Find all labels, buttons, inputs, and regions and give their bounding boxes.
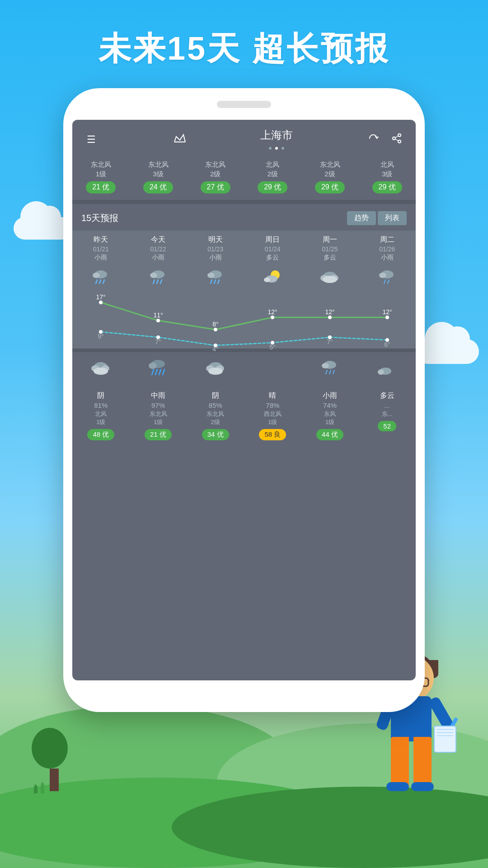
days-row: 昨天 01/21 小雨 今天 01/22 小雨 明天 01/23 小雨 周日 0… <box>72 231 416 265</box>
rain-icon-2 <box>205 268 226 286</box>
day-date-5: 01/26 <box>358 245 416 253</box>
svg-line-36 <box>388 280 389 283</box>
rain-icon-0 <box>90 268 112 286</box>
svg-line-69 <box>159 369 161 375</box>
svg-point-37 <box>99 301 103 304</box>
bw-col-3: 晴 78% 西北风1级 58 良 <box>244 387 301 440</box>
heavy-rain-icon <box>147 359 169 377</box>
overcast-icon-2 <box>205 359 226 377</box>
bw-wind-1: 东北风1级 <box>130 410 187 426</box>
svg-text:12°: 12° <box>382 308 392 316</box>
city-block: 上海市 <box>260 128 293 151</box>
phone-screen: ☰ 上海市 <box>72 120 416 680</box>
wi-col-3 <box>244 268 301 288</box>
day-date-3: 01/24 <box>244 245 301 253</box>
day-weather-5: 小雨 <box>358 254 416 262</box>
dot-2 <box>275 147 278 150</box>
day-weather-4: 多云 <box>301 254 359 262</box>
menu-icon[interactable]: ☰ <box>83 134 99 146</box>
svg-text:7°: 7° <box>327 338 333 345</box>
bw-percent-5: ... <box>358 401 416 409</box>
refresh-icon[interactable] <box>365 133 381 146</box>
svg-point-38 <box>156 319 160 322</box>
day-name-4: 周一 <box>301 235 359 245</box>
section-divider-1 <box>72 200 416 204</box>
aq-wind-5: 北风3级 <box>358 160 416 179</box>
cloudy-icon <box>319 268 341 286</box>
top-bar: ☰ 上海市 <box>72 120 416 156</box>
overcast-icon-0 <box>90 359 112 377</box>
day-weather-3: 多云 <box>244 254 301 262</box>
char-shoe-right <box>411 782 434 791</box>
svg-line-25 <box>218 280 219 283</box>
day-col-5: 周二 01/26 小雨 <box>358 235 416 262</box>
bw-percent-1: 97% <box>130 401 187 409</box>
svg-point-76 <box>322 363 329 368</box>
tree-grass2 <box>41 782 44 793</box>
svg-point-42 <box>385 316 389 319</box>
svg-line-77 <box>326 370 327 374</box>
cloud-right <box>416 339 479 364</box>
bw-badge-3: 58 良 <box>259 429 286 440</box>
forecast-tabs: 趋势 列表 <box>345 211 407 225</box>
share-svg <box>391 133 402 144</box>
day-date-2: 01/23 <box>187 245 244 253</box>
svg-text:6°: 6° <box>384 341 390 348</box>
aq-badge-2: 27 优 <box>201 181 230 193</box>
wi-col-4 <box>301 268 359 288</box>
bw-wind-0: 北风1级 <box>72 410 130 426</box>
bwi-col-5 <box>358 359 416 378</box>
bw-col-2: 阴 85% 东北风2级 34 优 <box>187 387 244 440</box>
aq-col-3: 北风2级 29 优 <box>244 160 301 193</box>
bw-type-5: 多云 <box>358 391 416 401</box>
bw-col-0: 阴 81% 北风1级 48 优 <box>72 387 130 440</box>
day-col-0: 昨天 01/21 小雨 <box>72 235 130 262</box>
day-date-0: 01/21 <box>72 245 130 253</box>
tree-trunk <box>50 769 59 791</box>
aq-badge-5: 29 优 <box>372 181 402 193</box>
page-title: 未来15天 超长预报 <box>0 27 488 71</box>
aq-wind-3: 北风2级 <box>244 160 301 179</box>
svg-text:9°: 9° <box>98 333 103 340</box>
day-col-3: 周日 01/24 多云 <box>244 235 301 262</box>
svg-line-67 <box>152 369 154 375</box>
bw-badge-0: 48 优 <box>87 429 114 440</box>
tree-grass <box>34 784 38 793</box>
svg-point-34 <box>379 273 386 278</box>
share-icon[interactable] <box>389 133 405 146</box>
bw-type-0: 阴 <box>72 391 130 401</box>
day-col-1: 今天 01/22 小雨 <box>130 235 187 262</box>
svg-point-74 <box>208 368 223 375</box>
svg-point-81 <box>378 369 384 375</box>
svg-line-23 <box>211 280 212 283</box>
svg-text:7°: 7° <box>155 338 161 345</box>
tree <box>36 728 72 791</box>
bwi-col-0 <box>72 359 130 378</box>
crown-icon <box>172 133 188 146</box>
day-weather-2: 小雨 <box>187 254 244 262</box>
day-col-4: 周一 01/25 多云 <box>301 235 359 262</box>
bw-wind-3: 西北风1级 <box>244 410 301 426</box>
tab-trend[interactable]: 趋势 <box>347 211 376 225</box>
svg-line-79 <box>333 370 334 374</box>
aq-badge-1: 24 优 <box>143 181 173 193</box>
svg-line-19 <box>157 280 158 283</box>
day-name-3: 周日 <box>244 235 301 245</box>
aq-col-5: 北风3级 29 优 <box>358 160 416 193</box>
bw-col-5: 多云 ... 东... 52 <box>358 387 416 440</box>
svg-point-7 <box>393 137 395 140</box>
city-dots <box>260 143 293 151</box>
svg-line-9 <box>395 136 398 138</box>
svg-text:12°: 12° <box>267 308 277 316</box>
tab-list[interactable]: 列表 <box>378 211 407 225</box>
svg-point-28 <box>264 278 270 282</box>
temp-chart-svg: 17° 11° 8° 12° 12° 12° 9° 7° 4° 5° 7° 6° <box>72 293 416 352</box>
weather-icons-row <box>72 265 416 290</box>
forecast-title: 15天预报 <box>81 212 118 224</box>
bw-percent-0: 81% <box>72 401 130 409</box>
forecast-header: 15天预报 趋势 列表 <box>72 204 416 231</box>
aq-badge-3: 29 优 <box>258 181 287 193</box>
svg-line-70 <box>163 369 164 375</box>
svg-line-18 <box>153 280 155 283</box>
day-name-0: 昨天 <box>72 235 130 245</box>
